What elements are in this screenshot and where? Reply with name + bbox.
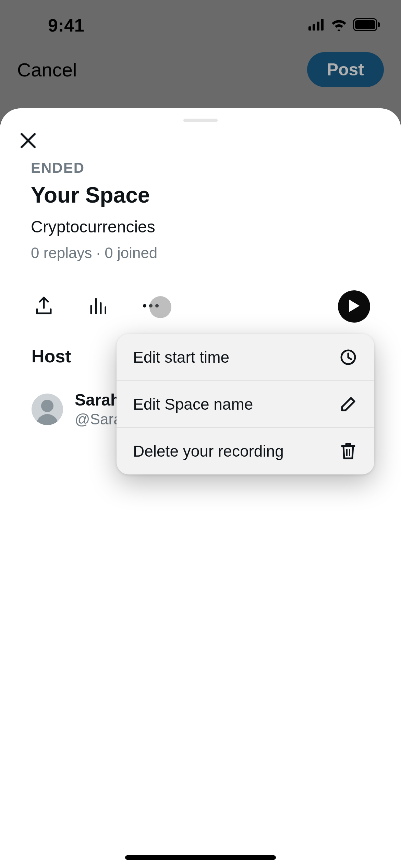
- space-stats: 0 replays · 0 joined: [31, 244, 370, 262]
- space-title: Your Space: [31, 182, 370, 208]
- menu-item-label: Edit Space name: [133, 395, 253, 413]
- space-status: ENDED: [31, 160, 370, 176]
- trash-icon: [339, 442, 358, 461]
- svg-point-14: [41, 400, 53, 412]
- home-indicator[interactable]: [125, 855, 276, 860]
- menu-item-edit-start-time[interactable]: Edit start time: [117, 334, 374, 381]
- action-row: [31, 290, 370, 323]
- play-icon: [348, 299, 360, 314]
- pencil-icon: [339, 395, 358, 414]
- analytics-button[interactable]: [88, 297, 107, 316]
- context-menu: Edit start time Edit Space name Delete y…: [117, 334, 374, 474]
- play-button[interactable]: [338, 290, 370, 323]
- close-button[interactable]: [18, 131, 38, 152]
- sheet-grabber[interactable]: [183, 119, 218, 122]
- space-topic: Cryptocurrencies: [31, 217, 370, 236]
- more-button[interactable]: [141, 297, 160, 316]
- menu-item-label: Edit start time: [133, 348, 229, 366]
- avatar: [32, 394, 63, 425]
- analytics-icon: [88, 297, 106, 316]
- host-name: Sarah: [75, 390, 122, 409]
- svg-point-11: [143, 304, 146, 308]
- share-button[interactable]: [34, 297, 53, 316]
- share-icon: [35, 296, 53, 317]
- menu-item-delete-recording[interactable]: Delete your recording: [117, 427, 374, 474]
- clock-icon: [339, 348, 358, 367]
- close-icon: [20, 132, 37, 150]
- touch-indicator: [149, 296, 171, 318]
- menu-item-edit-space-name[interactable]: Edit Space name: [117, 381, 374, 427]
- host-handle: @Sara: [75, 411, 122, 428]
- menu-item-label: Delete your recording: [133, 442, 284, 460]
- space-detail-sheet: ENDED Your Space Cryptocurrencies 0 repl…: [0, 108, 401, 868]
